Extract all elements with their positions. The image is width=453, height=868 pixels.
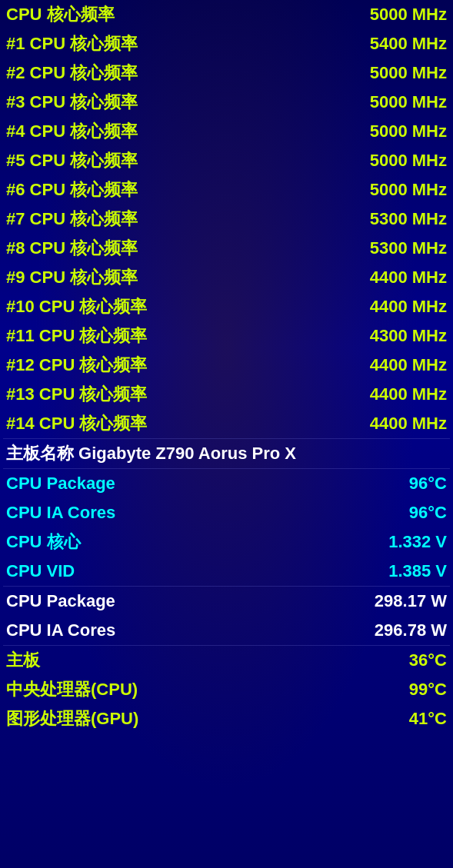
list-item: #5 CPU 核心频率5000 MHz — [0, 146, 453, 175]
list-item: CPU IA Cores96°C — [0, 498, 453, 527]
row-label: CPU Package — [6, 474, 115, 494]
list-item: #7 CPU 核心频率5300 MHz — [0, 205, 453, 234]
row-label: #8 CPU 核心频率 — [6, 237, 138, 260]
list-item: 主板名称 Gigabyte Z790 Aorus Pro X — [0, 439, 453, 468]
list-item: #9 CPU 核心频率4400 MHz — [0, 263, 453, 292]
row-label: 中央处理器(CPU) — [6, 678, 138, 701]
row-value: 96°C — [409, 503, 447, 523]
row-label: #13 CPU 核心频率 — [6, 383, 147, 406]
row-value: 4400 MHz — [370, 355, 447, 375]
row-value: 4400 MHz — [370, 414, 447, 434]
row-value: 5400 MHz — [370, 34, 447, 54]
list-item: #2 CPU 核心频率5000 MHz — [0, 58, 453, 88]
row-value: 5000 MHz — [370, 180, 447, 200]
row-label: #14 CPU 核心频率 — [6, 412, 147, 435]
list-item: 中央处理器(CPU)99°C — [0, 675, 453, 704]
list-item: #13 CPU 核心频率4400 MHz — [0, 380, 453, 409]
list-item: CPU Package96°C — [0, 469, 453, 498]
row-value: 5000 MHz — [370, 121, 447, 141]
list-item: 图形处理器(GPU)41°C — [0, 704, 453, 733]
row-label: #11 CPU 核心频率 — [6, 324, 147, 348]
row-value: 99°C — [409, 680, 447, 700]
row-value: 1.385 V — [388, 561, 447, 581]
row-value: 4400 MHz — [370, 297, 447, 317]
row-label: CPU Package — [6, 591, 115, 611]
list-item: #12 CPU 核心频率4400 MHz — [0, 351, 453, 380]
row-value: 1.332 V — [388, 532, 447, 552]
list-item: CPU IA Cores296.78 W — [0, 616, 453, 645]
row-label: CPU 核心 — [6, 530, 81, 554]
list-item: CPU 核心1.332 V — [0, 527, 453, 557]
row-label: 主板名称 Gigabyte Z790 Aorus Pro X — [6, 442, 296, 465]
list-item: #10 CPU 核心频率4400 MHz — [0, 292, 453, 321]
list-item: #6 CPU 核心频率5000 MHz — [0, 175, 453, 205]
list-item: CPU Package298.17 W — [0, 587, 453, 616]
row-label: #1 CPU 核心频率 — [6, 32, 138, 55]
row-value: 5000 MHz — [370, 151, 447, 171]
row-value: 5000 MHz — [370, 5, 447, 25]
list-item: CPU VID1.385 V — [0, 557, 453, 586]
list-item: #11 CPU 核心频率4300 MHz — [0, 321, 453, 351]
row-value: 4300 MHz — [370, 326, 447, 346]
row-label: CPU IA Cores — [6, 503, 115, 523]
row-label: #12 CPU 核心频率 — [6, 354, 147, 377]
row-label: #10 CPU 核心频率 — [6, 295, 147, 318]
list-item: #3 CPU 核心频率5000 MHz — [0, 88, 453, 117]
list-item: #14 CPU 核心频率4400 MHz — [0, 409, 453, 438]
row-label: #9 CPU 核心频率 — [6, 266, 138, 289]
row-value: 36°C — [409, 650, 447, 670]
row-label: #3 CPU 核心频率 — [6, 91, 138, 114]
row-value: 5000 MHz — [370, 63, 447, 83]
row-label: CPU IA Cores — [6, 620, 115, 640]
row-value: 5000 MHz — [370, 92, 447, 112]
row-label: #6 CPU 核心频率 — [6, 178, 138, 201]
row-value: 41°C — [409, 709, 447, 729]
row-label: #7 CPU 核心频率 — [6, 208, 138, 231]
row-value: 298.17 W — [375, 591, 447, 611]
row-label: CPU 核心频率 — [6, 3, 115, 26]
row-label: CPU VID — [6, 561, 75, 581]
row-value: 96°C — [409, 474, 447, 494]
row-value: 5300 MHz — [370, 238, 447, 258]
row-value: 5300 MHz — [370, 209, 447, 229]
list-item: 主板36°C — [0, 646, 453, 675]
row-label: 主板 — [6, 649, 40, 672]
list-item: #8 CPU 核心频率5300 MHz — [0, 234, 453, 263]
row-value: 4400 MHz — [370, 384, 447, 404]
row-value: 296.78 W — [375, 620, 447, 640]
list-item: #1 CPU 核心频率5400 MHz — [0, 29, 453, 58]
row-label: 图形处理器(GPU) — [6, 707, 138, 730]
list-item: CPU 核心频率5000 MHz — [0, 0, 453, 29]
row-value: 4400 MHz — [370, 268, 447, 288]
main-content: CPU 核心频率5000 MHz#1 CPU 核心频率5400 MHz#2 CP… — [0, 0, 453, 733]
row-label: #5 CPU 核心频率 — [6, 149, 138, 172]
list-item: #4 CPU 核心频率5000 MHz — [0, 117, 453, 146]
row-label: #2 CPU 核心频率 — [6, 62, 138, 85]
row-label: #4 CPU 核心频率 — [6, 120, 138, 143]
